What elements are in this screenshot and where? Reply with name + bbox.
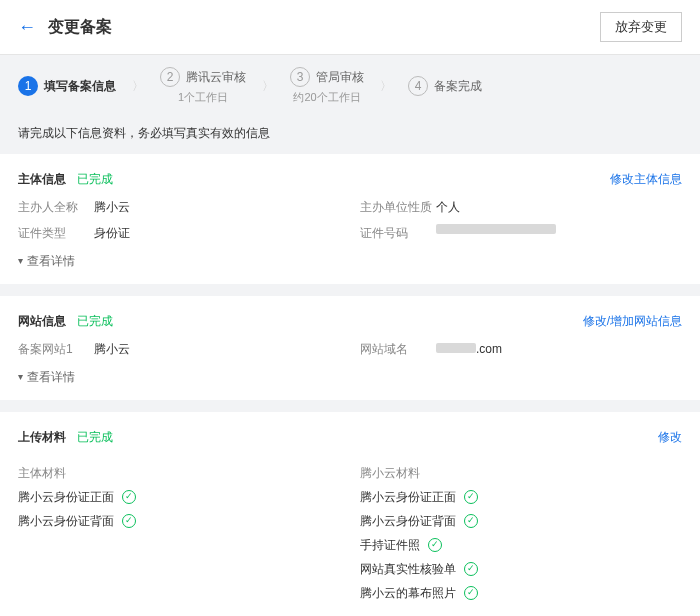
field-value: .com — [476, 342, 502, 356]
page-title: 变更备案 — [48, 15, 112, 39]
step-2: 2 腾讯云审核 1个工作日 — [160, 67, 246, 106]
expand-subject[interactable]: 查看详情 — [18, 252, 682, 270]
chevron-right-icon: 〉 — [262, 77, 274, 95]
check-ok-icon: ✓ — [464, 562, 478, 576]
step-label: 腾讯云审核 — [186, 68, 246, 86]
field-label: 证件号码 — [360, 224, 436, 242]
check-item: 腾小云身份证背面✓ — [360, 512, 682, 530]
masked-value — [436, 343, 476, 353]
chevron-right-icon: 〉 — [132, 77, 144, 95]
check-ok-icon: ✓ — [464, 490, 478, 504]
step-num: 4 — [408, 76, 428, 96]
check-label: 腾小云身份证背面 — [18, 512, 114, 530]
modify-subject-link[interactable]: 修改主体信息 — [610, 170, 682, 188]
check-ok-icon: ✓ — [122, 490, 136, 504]
check-item: 腾小云身份证背面✓ — [18, 512, 340, 530]
check-item: 腾小云的幕布照片✓ — [360, 584, 682, 602]
step-label: 管局审核 — [316, 68, 364, 86]
check-label: 腾小云身份证正面 — [360, 488, 456, 506]
form-notice: 请完成以下信息资料，务必填写真实有效的信息 — [0, 118, 700, 154]
page-header: ← 变更备案 放弃变更 — [0, 0, 700, 55]
check-label: 手持证件照 — [360, 536, 420, 554]
card-title: 主体信息 — [18, 172, 66, 186]
check-item: 网站真实性核验单✓ — [360, 560, 682, 578]
col-title: 主体材料 — [18, 464, 340, 482]
check-ok-icon: ✓ — [464, 514, 478, 528]
discard-button[interactable]: 放弃变更 — [600, 12, 682, 42]
field-label: 备案网站1 — [18, 340, 94, 358]
step-1: 1 填写备案信息 — [18, 76, 116, 96]
check-label: 腾小云身份证正面 — [18, 488, 114, 506]
card-title: 上传材料 — [18, 430, 66, 444]
step-num: 2 — [160, 67, 180, 87]
back-arrow-icon[interactable]: ← — [18, 14, 36, 41]
field-value: 个人 — [436, 198, 460, 216]
chevron-right-icon: 〉 — [380, 77, 392, 95]
step-4: 4 备案完成 — [408, 76, 482, 96]
step-sub: 1个工作日 — [178, 89, 228, 106]
check-label: 腾小云身份证背面 — [360, 512, 456, 530]
field-label: 主办单位性质 — [360, 198, 436, 216]
check-item: 腾小云身份证正面✓ — [18, 488, 340, 506]
step-num: 3 — [290, 67, 310, 87]
check-item: 腾小云身份证正面✓ — [360, 488, 682, 506]
check-ok-icon: ✓ — [464, 586, 478, 600]
step-label: 填写备案信息 — [44, 77, 116, 95]
field-value: 腾小云 — [94, 198, 130, 216]
check-ok-icon: ✓ — [122, 514, 136, 528]
expand-site[interactable]: 查看详情 — [18, 368, 682, 386]
modify-site-link[interactable]: 修改/增加网站信息 — [583, 312, 682, 330]
step-label: 备案完成 — [434, 77, 482, 95]
check-item: 手持证件照✓ — [360, 536, 682, 554]
upload-card: 上传材料 已完成 修改 主体材料 腾小云身份证正面✓腾小云身份证背面✓ 腾小云材… — [0, 412, 700, 616]
check-label: 网站真实性核验单 — [360, 560, 456, 578]
status-badge: 已完成 — [77, 430, 113, 444]
status-badge: 已完成 — [77, 172, 113, 186]
card-title: 网站信息 — [18, 314, 66, 328]
col-title: 腾小云材料 — [360, 464, 682, 482]
step-3: 3 管局审核 约20个工作日 — [290, 67, 364, 106]
field-value: 腾小云 — [94, 340, 130, 358]
field-value: 身份证 — [94, 224, 130, 242]
stepper: 1 填写备案信息 〉 2 腾讯云审核 1个工作日 〉 3 管局审核 约20个工作… — [0, 55, 700, 118]
field-label: 证件类型 — [18, 224, 94, 242]
step-sub: 约20个工作日 — [293, 89, 360, 106]
masked-value — [436, 224, 556, 234]
field-label: 主办人全称 — [18, 198, 94, 216]
check-label: 腾小云的幕布照片 — [360, 584, 456, 602]
step-num: 1 — [18, 76, 38, 96]
modify-upload-link[interactable]: 修改 — [658, 428, 682, 446]
status-badge: 已完成 — [77, 314, 113, 328]
subject-card: 主体信息 已完成 修改主体信息 主办人全称腾小云 主办单位性质个人 证件类型身份… — [0, 154, 700, 284]
field-label: 网站域名 — [360, 340, 436, 358]
site-card: 网站信息 已完成 修改/增加网站信息 备案网站1腾小云 网站域名.com 查看详… — [0, 296, 700, 400]
check-ok-icon: ✓ — [428, 538, 442, 552]
